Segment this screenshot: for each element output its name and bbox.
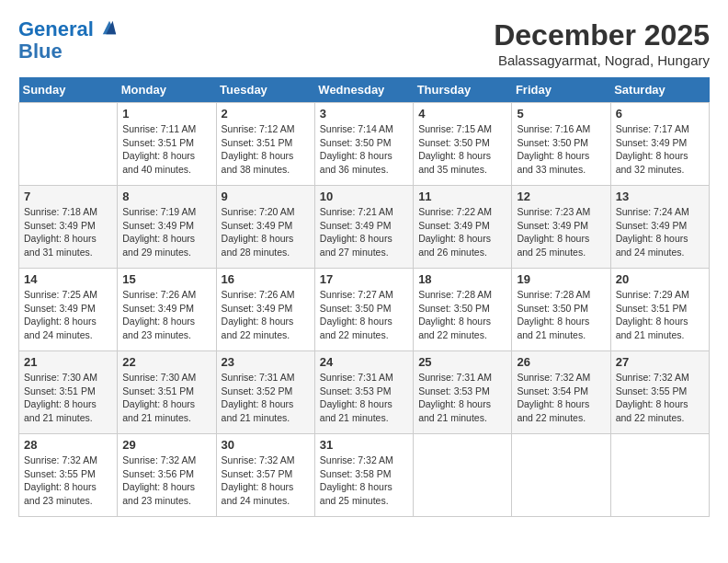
day-cell: 17Sunrise: 7:27 AMSunset: 3:50 PMDayligh…: [314, 269, 413, 351]
logo-line2: Blue: [18, 40, 118, 63]
day-number: 11: [418, 190, 506, 203]
logo-text: General: [18, 18, 118, 40]
day-info: Sunrise: 7:16 AMSunset: 3:50 PMDaylight:…: [517, 122, 605, 177]
day-cell: [414, 434, 512, 517]
day-cell: 29Sunrise: 7:32 AMSunset: 3:56 PMDayligh…: [118, 434, 216, 517]
month-title: December 2025: [494, 18, 710, 52]
day-number: 9: [222, 190, 310, 203]
day-number: 7: [24, 190, 112, 203]
day-info: Sunrise: 7:32 AMSunset: 3:55 PMDaylight:…: [616, 371, 704, 425]
day-number: 12: [517, 190, 605, 203]
day-number: 2: [222, 107, 310, 121]
day-number: 27: [616, 355, 704, 369]
day-info: Sunrise: 7:19 AMSunset: 3:49 PMDaylight:…: [122, 205, 210, 259]
day-info: Sunrise: 7:31 AMSunset: 3:53 PMDaylight:…: [320, 371, 408, 425]
day-cell: 5Sunrise: 7:16 AMSunset: 3:50 PMDaylight…: [512, 103, 610, 186]
day-cell: 14Sunrise: 7:25 AMSunset: 3:49 PMDayligh…: [19, 269, 118, 351]
day-info: Sunrise: 7:23 AMSunset: 3:49 PMDaylight:…: [517, 205, 605, 259]
day-cell: 18Sunrise: 7:28 AMSunset: 3:50 PMDayligh…: [414, 269, 512, 351]
day-number: 26: [517, 355, 605, 369]
day-cell: 12Sunrise: 7:23 AMSunset: 3:49 PMDayligh…: [512, 186, 610, 269]
day-cell: 10Sunrise: 7:21 AMSunset: 3:49 PMDayligh…: [314, 186, 413, 269]
day-cell: 20Sunrise: 7:29 AMSunset: 3:51 PMDayligh…: [610, 269, 709, 351]
location-subtitle: Balassagyarmat, Nograd, Hungary: [494, 52, 710, 68]
day-cell: 16Sunrise: 7:26 AMSunset: 3:49 PMDayligh…: [216, 269, 314, 351]
day-cell: 31Sunrise: 7:32 AMSunset: 3:58 PMDayligh…: [314, 434, 413, 517]
week-row: 21Sunrise: 7:30 AMSunset: 3:51 PMDayligh…: [19, 351, 710, 434]
day-number: 28: [24, 438, 112, 452]
day-info: Sunrise: 7:30 AMSunset: 3:51 PMDaylight:…: [24, 371, 112, 425]
day-cell: 13Sunrise: 7:24 AMSunset: 3:49 PMDayligh…: [610, 186, 709, 269]
header-day: Monday: [118, 77, 216, 103]
day-number: 31: [320, 438, 408, 452]
day-cell: 9Sunrise: 7:20 AMSunset: 3:49 PMDaylight…: [216, 186, 314, 269]
day-number: 6: [616, 107, 704, 121]
header-day: Tuesday: [216, 77, 314, 103]
day-info: Sunrise: 7:31 AMSunset: 3:53 PMDaylight:…: [418, 371, 506, 425]
calendar-table: SundayMondayTuesdayWednesdayThursdayFrid…: [18, 77, 710, 517]
day-info: Sunrise: 7:28 AMSunset: 3:50 PMDaylight:…: [418, 288, 506, 342]
day-number: 16: [222, 272, 310, 286]
day-info: Sunrise: 7:12 AMSunset: 3:51 PMDaylight:…: [222, 122, 310, 177]
day-number: 10: [320, 190, 408, 203]
day-info: Sunrise: 7:32 AMSunset: 3:58 PMDaylight:…: [320, 454, 408, 508]
day-cell: [512, 434, 610, 517]
day-info: Sunrise: 7:17 AMSunset: 3:49 PMDaylight:…: [616, 122, 704, 177]
day-number: 4: [418, 107, 506, 121]
day-info: Sunrise: 7:32 AMSunset: 3:55 PMDaylight:…: [24, 454, 112, 508]
header-row: SundayMondayTuesdayWednesdayThursdayFrid…: [19, 77, 710, 103]
day-number: 17: [320, 272, 408, 286]
day-info: Sunrise: 7:28 AMSunset: 3:50 PMDaylight:…: [517, 288, 605, 342]
day-number: 19: [517, 272, 605, 286]
day-number: 30: [222, 438, 310, 452]
day-info: Sunrise: 7:20 AMSunset: 3:49 PMDaylight:…: [222, 205, 310, 259]
day-cell: 2Sunrise: 7:12 AMSunset: 3:51 PMDaylight…: [216, 103, 314, 186]
day-number: 25: [418, 355, 506, 369]
logo-line1: General: [18, 17, 94, 40]
day-number: 24: [320, 355, 408, 369]
day-info: Sunrise: 7:26 AMSunset: 3:49 PMDaylight:…: [222, 288, 310, 342]
day-cell: 1Sunrise: 7:11 AMSunset: 3:51 PMDaylight…: [118, 103, 216, 186]
day-cell: 24Sunrise: 7:31 AMSunset: 3:53 PMDayligh…: [314, 351, 413, 434]
week-row: 7Sunrise: 7:18 AMSunset: 3:49 PMDaylight…: [19, 186, 710, 269]
day-info: Sunrise: 7:32 AMSunset: 3:56 PMDaylight:…: [122, 454, 210, 508]
page-header: General Blue December 2025 Balassagyarma…: [18, 18, 710, 68]
day-number: 13: [616, 190, 704, 203]
day-cell: [19, 103, 118, 186]
day-info: Sunrise: 7:15 AMSunset: 3:50 PMDaylight:…: [418, 122, 506, 177]
day-cell: 7Sunrise: 7:18 AMSunset: 3:49 PMDaylight…: [19, 186, 118, 269]
day-number: 15: [122, 272, 210, 286]
day-cell: 27Sunrise: 7:32 AMSunset: 3:55 PMDayligh…: [610, 351, 709, 434]
day-cell: 15Sunrise: 7:26 AMSunset: 3:49 PMDayligh…: [118, 269, 216, 351]
day-number: 18: [418, 272, 506, 286]
day-info: Sunrise: 7:21 AMSunset: 3:49 PMDaylight:…: [320, 205, 408, 259]
day-cell: 19Sunrise: 7:28 AMSunset: 3:50 PMDayligh…: [512, 269, 610, 351]
logo: General Blue: [18, 18, 118, 63]
day-number: 23: [222, 355, 310, 369]
day-info: Sunrise: 7:11 AMSunset: 3:51 PMDaylight:…: [122, 122, 210, 177]
day-info: Sunrise: 7:27 AMSunset: 3:50 PMDaylight:…: [320, 288, 408, 342]
day-cell: 21Sunrise: 7:30 AMSunset: 3:51 PMDayligh…: [19, 351, 118, 434]
day-cell: [610, 434, 709, 517]
day-number: 14: [24, 272, 112, 286]
header-day: Thursday: [414, 77, 512, 103]
week-row: 28Sunrise: 7:32 AMSunset: 3:55 PMDayligh…: [19, 434, 710, 517]
day-info: Sunrise: 7:18 AMSunset: 3:49 PMDaylight:…: [24, 205, 112, 259]
logo-icon: [101, 19, 118, 36]
day-cell: 22Sunrise: 7:30 AMSunset: 3:51 PMDayligh…: [118, 351, 216, 434]
title-block: December 2025 Balassagyarmat, Nograd, Hu…: [494, 18, 710, 68]
day-number: 22: [122, 355, 210, 369]
day-info: Sunrise: 7:25 AMSunset: 3:49 PMDaylight:…: [24, 288, 112, 342]
day-info: Sunrise: 7:26 AMSunset: 3:49 PMDaylight:…: [122, 288, 210, 342]
day-cell: 6Sunrise: 7:17 AMSunset: 3:49 PMDaylight…: [610, 103, 709, 186]
day-number: 29: [122, 438, 210, 452]
day-cell: 8Sunrise: 7:19 AMSunset: 3:49 PMDaylight…: [118, 186, 216, 269]
day-number: 5: [517, 107, 605, 121]
header-day: Wednesday: [314, 77, 413, 103]
day-info: Sunrise: 7:30 AMSunset: 3:51 PMDaylight:…: [122, 371, 210, 425]
day-cell: 25Sunrise: 7:31 AMSunset: 3:53 PMDayligh…: [414, 351, 512, 434]
day-cell: 4Sunrise: 7:15 AMSunset: 3:50 PMDaylight…: [414, 103, 512, 186]
header-day: Sunday: [19, 77, 118, 103]
day-cell: 11Sunrise: 7:22 AMSunset: 3:49 PMDayligh…: [414, 186, 512, 269]
header-day: Saturday: [610, 77, 709, 103]
